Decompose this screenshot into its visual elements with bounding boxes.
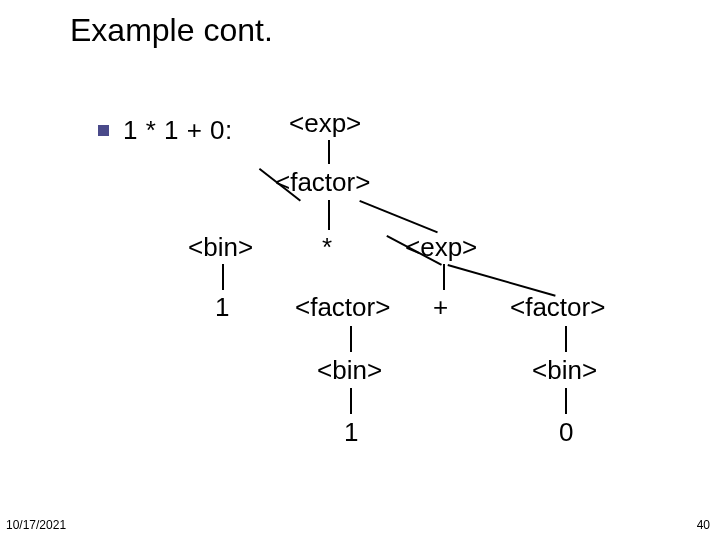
node-exp-right: <exp>	[405, 232, 477, 263]
node-exp-root: <exp>	[289, 108, 361, 139]
node-bin-right: <bin>	[532, 355, 597, 386]
slide: Example cont. 1 * 1 + 0: <exp> <factor> …	[0, 0, 720, 540]
node-zero-right: 0	[559, 417, 573, 448]
tree-line	[222, 264, 224, 290]
node-star: *	[322, 232, 332, 263]
footer-page-number: 40	[697, 518, 710, 532]
node-one-mid: 1	[344, 417, 358, 448]
tree-line	[328, 140, 330, 164]
node-factor-mid: <factor>	[295, 292, 390, 323]
tree-line	[350, 326, 352, 352]
node-bin-left: <bin>	[188, 232, 253, 263]
tree-line	[565, 388, 567, 414]
node-bin-mid: <bin>	[317, 355, 382, 386]
node-plus: +	[433, 292, 448, 323]
node-factor-right: <factor>	[510, 292, 605, 323]
tree-line	[565, 326, 567, 352]
node-one-left: 1	[215, 292, 229, 323]
parse-tree: <exp> <factor> <bin> * <exp> 1 <factor> …	[0, 0, 720, 540]
tree-line	[328, 200, 330, 230]
tree-line	[350, 388, 352, 414]
footer-date: 10/17/2021	[6, 518, 66, 532]
tree-line	[443, 264, 445, 290]
tree-line	[359, 200, 438, 233]
